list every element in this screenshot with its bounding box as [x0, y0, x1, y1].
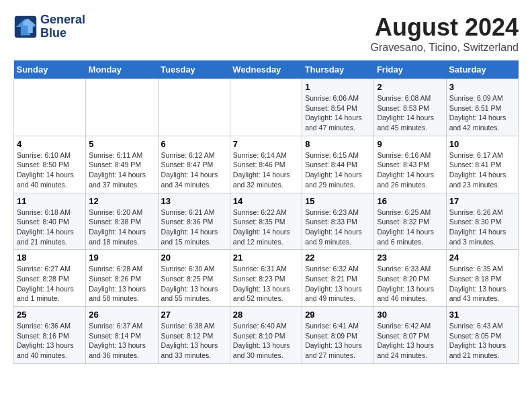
day-detail: Sunrise: 6:27 AM Sunset: 8:28 PM Dayligh… — [17, 264, 83, 304]
weekday-header: Sunday — [14, 60, 86, 79]
day-number: 19 — [89, 253, 154, 263]
day-number: 27 — [161, 310, 227, 320]
weekday-header: Tuesday — [158, 60, 230, 79]
day-number: 3 — [449, 82, 515, 92]
day-detail: Sunrise: 6:32 AM Sunset: 8:21 PM Dayligh… — [305, 264, 371, 304]
day-number: 6 — [161, 139, 227, 149]
calendar-cell: 27Sunrise: 6:38 AM Sunset: 8:12 PM Dayli… — [158, 307, 230, 364]
day-number: 28 — [233, 310, 299, 320]
day-number: 10 — [449, 139, 515, 149]
main-title: August 2024 — [370, 13, 519, 42]
day-detail: Sunrise: 6:18 AM Sunset: 8:40 PM Dayligh… — [17, 208, 83, 247]
day-number: 22 — [305, 253, 371, 263]
calendar-cell: 12Sunrise: 6:20 AM Sunset: 8:38 PM Dayli… — [86, 193, 158, 250]
day-detail: Sunrise: 6:21 AM Sunset: 8:36 PM Dayligh… — [161, 208, 227, 247]
day-number: 31 — [449, 310, 515, 320]
weekday-header: Saturday — [446, 60, 518, 79]
day-detail: Sunrise: 6:28 AM Sunset: 8:26 PM Dayligh… — [89, 264, 154, 304]
day-number: 15 — [305, 196, 371, 206]
day-detail: Sunrise: 6:41 AM Sunset: 8:09 PM Dayligh… — [305, 321, 371, 361]
day-detail: Sunrise: 6:37 AM Sunset: 8:14 PM Dayligh… — [89, 321, 154, 361]
subtitle: Gravesano, Ticino, Switzerland — [370, 42, 519, 54]
day-detail: Sunrise: 6:23 AM Sunset: 8:33 PM Dayligh… — [305, 208, 371, 247]
day-detail: Sunrise: 6:35 AM Sunset: 8:18 PM Dayligh… — [449, 264, 515, 304]
logo-icon — [13, 15, 38, 39]
day-number: 24 — [449, 253, 515, 263]
calendar-week-row: 25Sunrise: 6:36 AM Sunset: 8:16 PM Dayli… — [14, 307, 519, 364]
day-detail: Sunrise: 6:38 AM Sunset: 8:12 PM Dayligh… — [161, 321, 227, 361]
day-detail: Sunrise: 6:16 AM Sunset: 8:43 PM Dayligh… — [377, 150, 443, 190]
calendar-week-row: 4Sunrise: 6:10 AM Sunset: 8:50 PM Daylig… — [14, 136, 519, 193]
day-number: 18 — [17, 253, 83, 263]
day-number: 25 — [17, 310, 83, 320]
day-number: 7 — [233, 139, 299, 149]
day-number: 21 — [233, 253, 299, 263]
day-number: 23 — [377, 253, 443, 263]
day-number: 16 — [377, 196, 443, 206]
day-detail: Sunrise: 6:26 AM Sunset: 8:30 PM Dayligh… — [449, 208, 515, 247]
day-detail: Sunrise: 6:31 AM Sunset: 8:23 PM Dayligh… — [233, 264, 299, 304]
calendar-cell: 16Sunrise: 6:25 AM Sunset: 8:32 PM Dayli… — [374, 193, 446, 250]
calendar-cell: 13Sunrise: 6:21 AM Sunset: 8:36 PM Dayli… — [158, 193, 230, 250]
day-detail: Sunrise: 6:12 AM Sunset: 8:47 PM Dayligh… — [161, 150, 227, 190]
day-number: 8 — [305, 139, 371, 149]
title-area: August 2024 Gravesano, Ticino, Switzerla… — [370, 13, 519, 54]
calendar-cell: 3Sunrise: 6:09 AM Sunset: 8:51 PM Daylig… — [446, 79, 518, 136]
day-number: 14 — [233, 196, 299, 206]
calendar-cell: 29Sunrise: 6:41 AM Sunset: 8:09 PM Dayli… — [302, 307, 374, 364]
calendar-cell: 30Sunrise: 6:42 AM Sunset: 8:07 PM Dayli… — [374, 307, 446, 364]
calendar-week-row: 18Sunrise: 6:27 AM Sunset: 8:28 PM Dayli… — [14, 250, 519, 307]
day-number: 5 — [89, 139, 154, 149]
day-detail: Sunrise: 6:10 AM Sunset: 8:50 PM Dayligh… — [17, 150, 83, 190]
calendar-cell: 15Sunrise: 6:23 AM Sunset: 8:33 PM Dayli… — [302, 193, 374, 250]
calendar-cell: 11Sunrise: 6:18 AM Sunset: 8:40 PM Dayli… — [14, 193, 86, 250]
day-detail: Sunrise: 6:22 AM Sunset: 8:35 PM Dayligh… — [233, 208, 299, 247]
day-detail: Sunrise: 6:17 AM Sunset: 8:41 PM Dayligh… — [449, 150, 515, 190]
weekday-header: Friday — [374, 60, 446, 79]
weekday-header: Monday — [86, 60, 158, 79]
day-number: 17 — [449, 196, 515, 206]
calendar-table: SundayMondayTuesdayWednesdayThursdayFrid… — [13, 60, 519, 364]
logo: General Blue — [13, 13, 85, 40]
calendar-cell: 26Sunrise: 6:37 AM Sunset: 8:14 PM Dayli… — [86, 307, 158, 364]
day-number: 26 — [89, 310, 154, 320]
day-detail: Sunrise: 6:14 AM Sunset: 8:46 PM Dayligh… — [233, 150, 299, 190]
calendar-cell: 5Sunrise: 6:11 AM Sunset: 8:49 PM Daylig… — [86, 136, 158, 193]
weekday-header: Wednesday — [230, 60, 302, 79]
day-number: 13 — [161, 196, 227, 206]
day-detail: Sunrise: 6:15 AM Sunset: 8:44 PM Dayligh… — [305, 150, 371, 190]
calendar-cell: 25Sunrise: 6:36 AM Sunset: 8:16 PM Dayli… — [14, 307, 86, 364]
day-detail: Sunrise: 6:40 AM Sunset: 8:10 PM Dayligh… — [233, 321, 299, 361]
calendar-cell — [230, 79, 302, 136]
calendar-cell: 8Sunrise: 6:15 AM Sunset: 8:44 PM Daylig… — [302, 136, 374, 193]
logo-text: General Blue — [40, 13, 85, 40]
day-number: 12 — [89, 196, 154, 206]
calendar-cell: 10Sunrise: 6:17 AM Sunset: 8:41 PM Dayli… — [446, 136, 518, 193]
calendar-cell: 2Sunrise: 6:08 AM Sunset: 8:53 PM Daylig… — [374, 79, 446, 136]
calendar-cell — [158, 79, 230, 136]
day-detail: Sunrise: 6:42 AM Sunset: 8:07 PM Dayligh… — [377, 321, 443, 361]
calendar-cell: 28Sunrise: 6:40 AM Sunset: 8:10 PM Dayli… — [230, 307, 302, 364]
calendar-cell — [86, 79, 158, 136]
calendar-cell: 19Sunrise: 6:28 AM Sunset: 8:26 PM Dayli… — [86, 250, 158, 307]
day-detail: Sunrise: 6:36 AM Sunset: 8:16 PM Dayligh… — [17, 321, 83, 361]
day-detail: Sunrise: 6:20 AM Sunset: 8:38 PM Dayligh… — [89, 208, 154, 247]
day-detail: Sunrise: 6:25 AM Sunset: 8:32 PM Dayligh… — [377, 208, 443, 247]
day-number: 20 — [161, 253, 227, 263]
weekday-header-row: SundayMondayTuesdayWednesdayThursdayFrid… — [14, 60, 519, 79]
day-number: 4 — [17, 139, 83, 149]
day-number: 29 — [305, 310, 371, 320]
day-detail: Sunrise: 6:09 AM Sunset: 8:51 PM Dayligh… — [449, 93, 515, 133]
calendar-cell: 6Sunrise: 6:12 AM Sunset: 8:47 PM Daylig… — [158, 136, 230, 193]
day-number: 9 — [377, 139, 443, 149]
calendar-cell: 18Sunrise: 6:27 AM Sunset: 8:28 PM Dayli… — [14, 250, 86, 307]
day-detail: Sunrise: 6:08 AM Sunset: 8:53 PM Dayligh… — [377, 93, 443, 133]
calendar-cell: 23Sunrise: 6:33 AM Sunset: 8:20 PM Dayli… — [374, 250, 446, 307]
day-detail: Sunrise: 6:11 AM Sunset: 8:49 PM Dayligh… — [89, 150, 154, 190]
calendar-week-row: 11Sunrise: 6:18 AM Sunset: 8:40 PM Dayli… — [14, 193, 519, 250]
calendar-week-row: 1Sunrise: 6:06 AM Sunset: 8:54 PM Daylig… — [14, 79, 519, 136]
calendar-cell: 31Sunrise: 6:43 AM Sunset: 8:05 PM Dayli… — [446, 307, 518, 364]
weekday-header: Thursday — [302, 60, 374, 79]
calendar-cell: 9Sunrise: 6:16 AM Sunset: 8:43 PM Daylig… — [374, 136, 446, 193]
calendar-cell: 20Sunrise: 6:30 AM Sunset: 8:25 PM Dayli… — [158, 250, 230, 307]
